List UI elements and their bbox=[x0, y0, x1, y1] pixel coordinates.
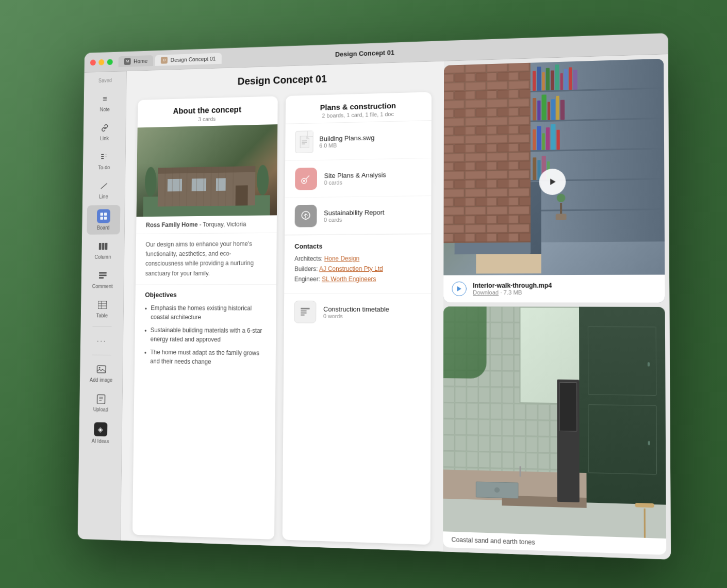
sustainability-icon bbox=[295, 205, 317, 227]
svg-rect-13 bbox=[98, 274, 106, 276]
video-name: Interior-walk-through.mp4 bbox=[473, 282, 552, 289]
column-icon bbox=[97, 240, 108, 252]
mac-window: M Home D Design Concept 01 Design Concep… bbox=[78, 33, 671, 559]
video-details: Interior-walk-through.mp4 Download · 7.3… bbox=[473, 282, 552, 296]
contacts-section: Contacts Architects: Hone Design Builder… bbox=[284, 234, 431, 293]
green-cabinets bbox=[579, 307, 666, 505]
sidebar-label-column: Column bbox=[94, 254, 111, 260]
sidebar-item-note[interactable]: ≡ Note bbox=[88, 89, 122, 117]
tab-design-label: Design Concept 01 bbox=[171, 55, 216, 62]
svg-rect-1 bbox=[101, 156, 104, 157]
architect-label: Architects: bbox=[294, 255, 323, 263]
file-size: 6.0 MB bbox=[319, 141, 374, 149]
svg-marker-58 bbox=[550, 178, 555, 185]
sidebar-item-link[interactable]: Link bbox=[88, 118, 121, 145]
building-plans-file[interactable]: Building Plans.swg 6.0 MB bbox=[285, 121, 432, 161]
plans-construction-card: Plans & construction 2 boards, 1 card, 1… bbox=[283, 92, 432, 545]
sustainability-count: 0 cards bbox=[324, 216, 385, 223]
bullet-2: • bbox=[144, 326, 146, 336]
download-label[interactable]: Download bbox=[473, 289, 499, 296]
sidebar-label-upload: Upload bbox=[93, 406, 108, 412]
site-plans-info: Site Plans & Analysis 0 cards bbox=[324, 171, 386, 186]
oven bbox=[557, 380, 580, 502]
builder-link[interactable]: AJ Construction Pty Ltd bbox=[319, 265, 383, 272]
brick-wall bbox=[443, 63, 530, 243]
sustainability-name: Sustainability Report bbox=[324, 208, 385, 217]
tab-home[interactable]: M Home bbox=[119, 55, 154, 67]
sidebar-label-comment: Comment bbox=[92, 284, 113, 289]
svg-rect-51 bbox=[301, 311, 307, 312]
room-scene bbox=[443, 59, 665, 303]
svg-rect-2 bbox=[101, 158, 104, 159]
svg-rect-31 bbox=[216, 178, 226, 191]
svg-rect-50 bbox=[301, 308, 310, 309]
video-size: 7.3 MB bbox=[504, 289, 522, 296]
site-plans-board[interactable]: Site Plans & Analysis 0 cards bbox=[285, 158, 432, 198]
foliage bbox=[443, 306, 487, 379]
sidebar-item-column[interactable]: Column bbox=[86, 236, 120, 264]
sidebar-item-todo[interactable]: To-do bbox=[87, 146, 121, 174]
objective-2-text: Sustainable building materials with a 6-… bbox=[151, 325, 266, 345]
sidebar-item-board[interactable]: Board bbox=[87, 205, 120, 235]
svg-rect-0 bbox=[101, 154, 104, 155]
video-play-icon[interactable] bbox=[452, 282, 466, 296]
site-plans-icon bbox=[295, 168, 317, 190]
file-icon bbox=[295, 130, 313, 153]
coffee-table bbox=[476, 254, 541, 274]
line-icon bbox=[98, 180, 109, 192]
property-name: Ross Family Home bbox=[146, 221, 198, 229]
svg-rect-8 bbox=[104, 217, 107, 220]
sidebar-item-ai-ideas[interactable]: ◈ AI Ideas bbox=[84, 418, 118, 448]
svg-point-20 bbox=[98, 367, 100, 368]
contacts-title: Contacts bbox=[294, 241, 421, 250]
sidebar-item-table[interactable]: Table bbox=[85, 295, 119, 322]
builder-contact: Builders: AJ Construction Pty Ltd bbox=[294, 265, 421, 273]
app-layout: Saved ≡ Note Link bbox=[78, 54, 671, 559]
maximize-button[interactable] bbox=[107, 59, 113, 65]
add-image-icon bbox=[95, 363, 107, 375]
svg-rect-5 bbox=[100, 213, 103, 216]
plans-header: Plans & construction 2 boards, 1 card, 1… bbox=[286, 92, 432, 124]
sidebar-divider-2 bbox=[92, 355, 111, 355]
kitchen-scene: Coastal sand and earth tones bbox=[443, 306, 666, 555]
about-concept-card: About the concept 3 cards bbox=[133, 96, 278, 539]
sidebar-label-ai-ideas: AI Ideas bbox=[91, 438, 109, 444]
tabs-area: M Home D Design Concept 01 bbox=[119, 53, 222, 67]
sustainability-board[interactable]: Sustainability Report 0 cards bbox=[285, 196, 431, 235]
close-button[interactable] bbox=[90, 59, 96, 66]
sidebar-item-comment[interactable]: Comment bbox=[86, 266, 119, 293]
video-download: Download · 7.3 MB bbox=[473, 289, 552, 296]
timetable-item[interactable]: Construction timetable 0 words bbox=[284, 293, 431, 331]
sidebar-item-upload[interactable]: Upload bbox=[84, 388, 118, 416]
file-name: Building Plans.swg bbox=[319, 134, 374, 142]
table-icon bbox=[96, 299, 108, 311]
minimize-button[interactable] bbox=[98, 59, 104, 65]
property-description: Our design aims to enhance your home's f… bbox=[136, 233, 277, 285]
comment-icon bbox=[97, 270, 108, 282]
tab-design-concept[interactable]: D Design Concept 01 bbox=[155, 53, 222, 66]
kitchen-caption: Coastal sand and earth tones bbox=[443, 531, 666, 555]
sidebar-label-line: Line bbox=[99, 194, 108, 200]
builder-label: Builders: bbox=[294, 265, 318, 272]
main-content: Design Concept 01 About the concept 3 ca… bbox=[121, 61, 444, 551]
architect-link[interactable]: Hone Design bbox=[324, 255, 359, 262]
objective-2: • Sustainable building materials with a … bbox=[144, 325, 266, 345]
svg-rect-52 bbox=[301, 313, 307, 314]
engineer-label: Engineer: bbox=[294, 275, 320, 283]
note-icon: ≡ bbox=[99, 93, 110, 105]
video-info: Interior-walk-through.mp4 Download · 7.3… bbox=[443, 275, 665, 303]
sidebar-item-line[interactable]: Line bbox=[87, 176, 121, 204]
engineer-link[interactable]: SL Worth Engineers bbox=[322, 275, 376, 283]
window-title: Design Concept 01 bbox=[335, 48, 394, 58]
bullet-3: • bbox=[144, 349, 146, 358]
media-panel: Interior-walk-through.mp4 Download · 7.3… bbox=[443, 54, 671, 559]
sidebar-item-more[interactable]: ··· bbox=[85, 331, 119, 351]
svg-rect-14 bbox=[98, 277, 103, 279]
svg-rect-12 bbox=[99, 272, 107, 274]
svg-rect-3 bbox=[105, 154, 107, 155]
svg-rect-9 bbox=[98, 243, 101, 250]
file-info: Building Plans.swg 6.0 MB bbox=[319, 134, 374, 149]
saved-label: Saved bbox=[98, 78, 112, 84]
sidebar-item-add-image[interactable]: Add image bbox=[85, 359, 118, 387]
plant bbox=[548, 193, 575, 254]
